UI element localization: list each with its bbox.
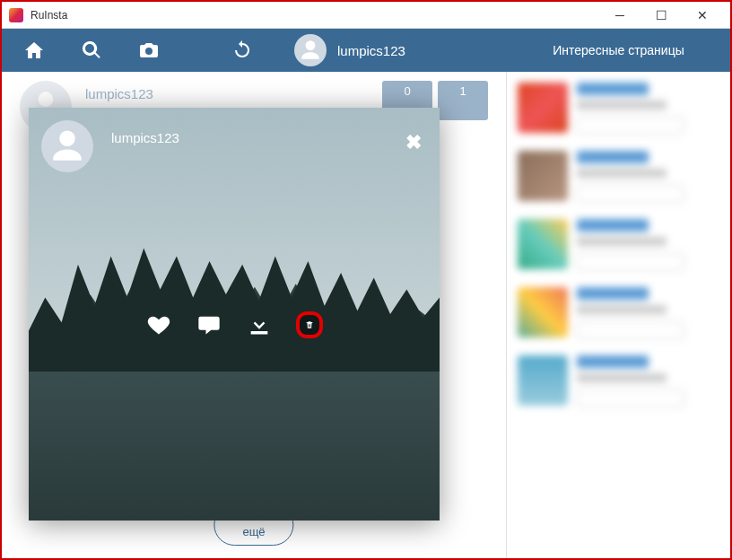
titlebar: RuInsta ─ ☐ ✕ bbox=[2, 2, 730, 29]
show-more-line2: ещё bbox=[229, 525, 278, 540]
minimize-button[interactable]: ─ bbox=[599, 2, 640, 29]
sidebar: Интересные страницы bbox=[506, 72, 730, 558]
search-icon[interactable] bbox=[77, 36, 106, 65]
modal-avatar[interactable] bbox=[41, 120, 93, 172]
suggestion-item[interactable] bbox=[518, 355, 719, 407]
comment-icon[interactable] bbox=[196, 311, 222, 338]
like-icon[interactable] bbox=[145, 311, 172, 338]
profile-username: lumpics123 bbox=[85, 86, 153, 101]
modal-close-icon[interactable]: ✖ bbox=[405, 131, 422, 154]
sidebar-header: Интересные страницы bbox=[507, 29, 730, 72]
nav-avatar[interactable] bbox=[294, 34, 327, 66]
nav-username[interactable]: lumpics123 bbox=[337, 43, 405, 58]
app-icon bbox=[9, 8, 23, 22]
suggestion-item[interactable] bbox=[518, 83, 719, 135]
home-icon[interactable] bbox=[20, 36, 48, 65]
maximize-button[interactable]: ☐ bbox=[640, 2, 682, 29]
refresh-icon[interactable] bbox=[228, 36, 257, 65]
suggestion-item[interactable] bbox=[518, 219, 719, 271]
suggestion-item[interactable] bbox=[518, 287, 719, 339]
stat-followers[interactable]: 1 bbox=[438, 81, 488, 120]
camera-icon[interactable] bbox=[135, 36, 163, 65]
photo-modal: lumpics123 ✖ bbox=[29, 108, 440, 521]
modal-username[interactable]: lumpics123 bbox=[111, 130, 179, 145]
window-title: RuInsta bbox=[30, 9, 67, 22]
download-icon[interactable] bbox=[246, 311, 273, 338]
suggestion-item[interactable] bbox=[518, 151, 719, 203]
delete-icon[interactable] bbox=[296, 311, 323, 338]
close-button[interactable]: ✕ bbox=[682, 2, 723, 29]
